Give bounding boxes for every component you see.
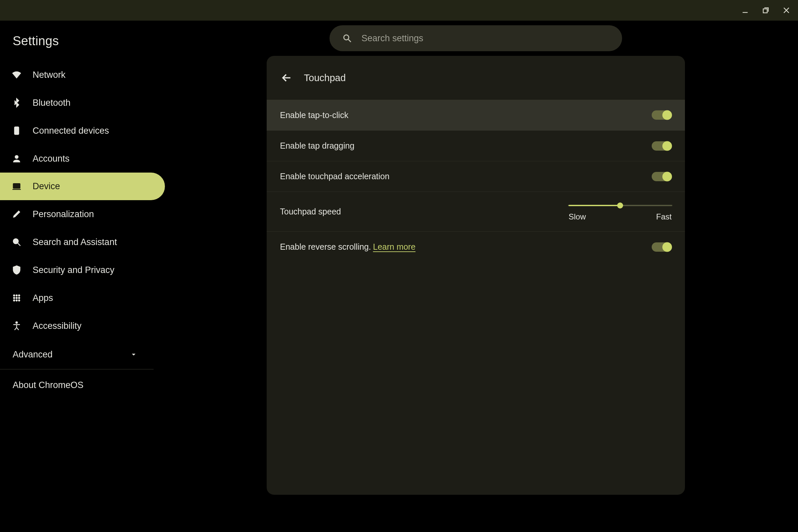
sidebar-item-label: Bluetooth — [33, 98, 71, 108]
slider-tick — [645, 205, 647, 206]
row-label: Touchpad speed — [280, 207, 341, 216]
svg-point-8 — [13, 239, 18, 244]
toggle-knob — [662, 242, 672, 252]
arrow-left-icon — [281, 72, 292, 83]
sidebar: Settings Network Bluetooth Connected dev… — [0, 21, 154, 532]
close-icon — [782, 6, 791, 15]
toggle-acceleration[interactable] — [652, 172, 672, 181]
svg-line-21 — [348, 40, 351, 42]
card-header: Touchpad — [267, 56, 685, 100]
search-input[interactable] — [361, 33, 609, 44]
back-button[interactable] — [280, 71, 293, 84]
sidebar-item-connected-devices[interactable]: Connected devices — [0, 117, 154, 145]
window-restore-button[interactable] — [760, 5, 772, 16]
sidebar-nav: Network Bluetooth Connected devices Acco… — [0, 61, 154, 340]
sidebar-item-label: Device — [33, 181, 60, 191]
sidebar-item-label: Search and Assistant — [33, 237, 117, 247]
slider-thumb[interactable] — [617, 203, 623, 208]
search-icon — [342, 33, 352, 43]
row-label: Enable tap-to-click — [280, 110, 348, 120]
search-row — [154, 21, 798, 56]
bluetooth-icon — [11, 97, 22, 108]
settings-card: Touchpad Enable tap-to-click Enable tap … — [267, 56, 685, 495]
learn-more-link[interactable]: Learn more — [373, 242, 416, 252]
sidebar-item-label: Apps — [33, 293, 53, 303]
sidebar-item-accounts[interactable]: Accounts — [0, 145, 154, 173]
svg-point-17 — [16, 300, 18, 301]
svg-point-18 — [18, 300, 20, 301]
sidebar-item-search-assistant[interactable]: Search and Assistant — [0, 228, 154, 256]
svg-point-11 — [16, 294, 18, 296]
apps-grid-icon — [11, 292, 22, 303]
svg-point-20 — [344, 35, 349, 40]
slider-slow-label: Slow — [569, 212, 586, 222]
svg-rect-6 — [13, 184, 20, 188]
svg-point-12 — [18, 294, 20, 296]
slider-wrap: Slow Fast — [569, 202, 672, 222]
sidebar-item-label: Network — [33, 70, 65, 80]
sidebar-item-label: Accounts — [33, 154, 70, 164]
search-icon — [11, 237, 22, 247]
sidebar-advanced-expander[interactable]: Advanced — [0, 340, 154, 369]
svg-point-14 — [16, 297, 18, 299]
sidebar-item-label: Personalization — [33, 209, 94, 220]
chevron-down-icon — [128, 349, 139, 360]
svg-rect-1 — [763, 9, 767, 13]
restore-icon — [761, 6, 770, 15]
row-touchpad-speed: Touchpad speed Slow Fast — [267, 191, 685, 231]
slider-tick — [671, 205, 672, 206]
advanced-label: Advanced — [13, 349, 53, 360]
minimize-icon — [741, 6, 749, 15]
about-label: About ChromeOS — [13, 380, 83, 391]
window-titlebar — [0, 0, 798, 21]
svg-line-9 — [18, 243, 21, 246]
main-area: Touchpad Enable tap-to-click Enable tap … — [154, 21, 798, 532]
accessibility-icon — [11, 321, 22, 331]
pencil-icon — [11, 209, 22, 220]
row-tap-dragging[interactable]: Enable tap dragging — [267, 130, 685, 161]
row-label: Enable tap dragging — [280, 141, 355, 151]
app-title: Settings — [0, 28, 154, 61]
sidebar-item-bluetooth[interactable]: Bluetooth — [0, 89, 154, 117]
svg-point-10 — [13, 294, 15, 296]
window-minimize-button[interactable] — [740, 5, 751, 16]
toggle-tap-dragging[interactable] — [652, 141, 672, 151]
shield-icon — [11, 265, 22, 275]
sidebar-item-apps[interactable]: Apps — [0, 284, 154, 312]
svg-rect-4 — [15, 127, 19, 135]
sidebar-item-personalization[interactable]: Personalization — [0, 200, 154, 228]
row-reverse-scrolling[interactable]: Enable reverse scrolling. Learn more — [267, 231, 685, 262]
row-label-text: Enable reverse scrolling. — [280, 242, 371, 252]
row-tap-to-click[interactable]: Enable tap-to-click — [267, 100, 685, 130]
sidebar-item-label: Connected devices — [33, 126, 109, 136]
row-label: Enable touchpad acceleration — [280, 172, 390, 181]
sidebar-item-device[interactable]: Device — [0, 173, 165, 200]
window-close-button[interactable] — [781, 5, 792, 16]
toggle-knob — [662, 110, 672, 120]
svg-point-15 — [18, 297, 20, 299]
search-box[interactable] — [329, 25, 622, 51]
wifi-icon — [11, 70, 22, 80]
laptop-icon — [11, 181, 22, 192]
card-empty-space — [267, 262, 685, 495]
svg-point-5 — [15, 155, 18, 158]
slider-fast-label: Fast — [656, 212, 672, 222]
person-icon — [11, 153, 22, 164]
sidebar-item-accessibility[interactable]: Accessibility — [0, 312, 154, 340]
sidebar-item-network[interactable]: Network — [0, 61, 154, 89]
sidebar-item-label: Accessibility — [33, 321, 81, 331]
slider-fill — [569, 205, 620, 206]
svg-point-13 — [13, 297, 15, 299]
row-label: Enable reverse scrolling. Learn more — [280, 242, 416, 252]
sidebar-item-security-privacy[interactable]: Security and Privacy — [0, 256, 154, 284]
sidebar-item-label: Security and Privacy — [33, 265, 114, 275]
touchpad-speed-slider[interactable] — [569, 204, 672, 207]
row-acceleration[interactable]: Enable touchpad acceleration — [267, 161, 685, 191]
svg-point-16 — [13, 300, 15, 301]
toggle-knob — [662, 172, 672, 181]
phone-icon — [11, 125, 22, 136]
toggle-reverse-scrolling[interactable] — [652, 242, 672, 252]
sidebar-about-link[interactable]: About ChromeOS — [0, 369, 154, 401]
page-title: Touchpad — [304, 73, 346, 83]
toggle-tap-to-click[interactable] — [652, 110, 672, 120]
